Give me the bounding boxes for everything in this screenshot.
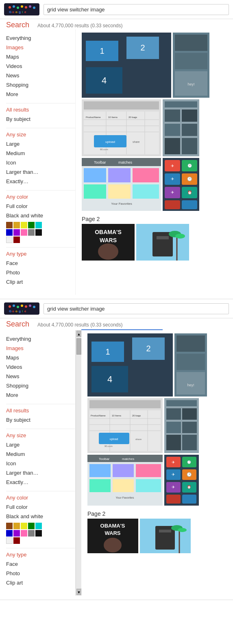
scrollbar-up-2[interactable]: ▲ xyxy=(76,331,81,337)
nav-everything-1[interactable]: Everything xyxy=(6,33,75,43)
swatch-white-1[interactable] xyxy=(6,237,13,243)
image-thumb-16[interactable] xyxy=(140,519,191,553)
svg-text:90.com: 90.com xyxy=(100,148,108,151)
swatch-gold-1[interactable] xyxy=(13,222,20,228)
scrollbar-2[interactable]: ▲ ▼ xyxy=(76,330,81,596)
image-thumb-4[interactable] xyxy=(163,99,199,156)
scrollbar-track-2[interactable] xyxy=(76,337,81,588)
image-thumb-1[interactable]: 1 2 4 xyxy=(82,33,171,98)
nav-videos-1[interactable]: Videos xyxy=(6,61,75,71)
svg-text:OBAMA'S: OBAMA'S xyxy=(95,229,122,235)
image-thumb-2[interactable]: hey! xyxy=(173,33,209,98)
color-full-2[interactable]: Full color xyxy=(6,502,75,512)
size-medium-2[interactable]: Medium xyxy=(6,449,75,459)
swatch-gold-2[interactable] xyxy=(13,523,20,529)
type-face-2[interactable]: Face xyxy=(6,559,75,569)
nav-videos-2[interactable]: Videos xyxy=(6,362,75,372)
nav-news-1[interactable]: News xyxy=(6,71,75,80)
nav-images-1[interactable]: Images xyxy=(6,43,75,52)
swatch-black-1[interactable] xyxy=(35,229,42,236)
image-thumb-3[interactable]: ProductName 10 Items 20 bags upload shar… xyxy=(82,99,161,156)
nav-news-2[interactable]: News xyxy=(6,372,75,381)
swatch-yellow-2[interactable] xyxy=(21,523,27,529)
image-svg-15: OBAMA'S WARS xyxy=(87,519,138,553)
swatch-teal-1[interactable] xyxy=(35,222,42,228)
by-subject-1[interactable]: By subject xyxy=(6,114,75,124)
size-larger-than-1[interactable]: Larger than… xyxy=(6,167,75,177)
image-thumb-6[interactable]: ✈ 🕐 ✈ 🕑 ✈ ⏰ xyxy=(163,158,199,211)
swatch-darkred-1[interactable] xyxy=(13,237,20,243)
image-thumb-12[interactable] xyxy=(164,398,199,453)
image-thumb-11[interactable]: ProductName 10 Items 20 bags upload shar… xyxy=(87,398,163,453)
color-swatches-1 xyxy=(6,222,47,243)
swatch-blue-2[interactable] xyxy=(6,530,13,537)
nav-everything-2[interactable]: Everything xyxy=(6,334,75,344)
image-thumb-5[interactable]: Toolbar matches Your Favorites xyxy=(82,158,161,211)
color-bw-2[interactable]: Black and white xyxy=(6,512,75,521)
scrollbar-thumb-2[interactable] xyxy=(76,338,81,355)
main-layout-2: Everything Images Maps Videos News Shopp… xyxy=(0,330,233,596)
svg-rect-47 xyxy=(182,124,197,136)
size-large-1[interactable]: Large xyxy=(6,139,75,149)
scrollbar-down-2[interactable]: ▼ xyxy=(76,589,81,595)
search-input-2[interactable] xyxy=(44,303,229,314)
svg-point-1 xyxy=(9,6,11,9)
nav-maps-2[interactable]: Maps xyxy=(6,353,75,362)
swatch-pink-1[interactable] xyxy=(21,229,27,236)
nav-shopping-1[interactable]: Shopping xyxy=(6,80,75,90)
svg-text:✈: ✈ xyxy=(171,190,174,195)
image-thumb-14[interactable]: ✈ 🕐 ✈ 🕑 ✈ ⏰ xyxy=(164,455,199,506)
svg-rect-134 xyxy=(166,435,181,450)
swatch-white-2[interactable] xyxy=(6,537,13,544)
swatch-green-1[interactable] xyxy=(28,222,35,228)
svg-text:2: 2 xyxy=(146,344,150,353)
image-svg-10: hey! xyxy=(174,333,207,396)
size-medium-1[interactable]: Medium xyxy=(6,149,75,158)
swatch-teal-2[interactable] xyxy=(35,523,42,529)
size-exactly-1[interactable]: Exactly… xyxy=(6,177,75,186)
swatch-gray-2[interactable] xyxy=(28,530,35,537)
swatch-gray-1[interactable] xyxy=(28,229,35,236)
type-photo-1[interactable]: Photo xyxy=(6,268,75,277)
nav-more-1[interactable]: More xyxy=(6,90,75,99)
svg-text:1: 1 xyxy=(105,347,110,356)
type-face-1[interactable]: Face xyxy=(6,258,75,268)
swatch-purple-1[interactable] xyxy=(13,229,20,236)
nav-shopping-2[interactable]: Shopping xyxy=(6,381,75,390)
size-exactly-2[interactable]: Exactly… xyxy=(6,478,75,487)
size-larger-than-2[interactable]: Larger than… xyxy=(6,468,75,478)
type-clipart-2[interactable]: Clip art xyxy=(6,578,75,587)
search-input-1[interactable] xyxy=(44,4,229,15)
size-icon-2[interactable]: Icon xyxy=(6,459,75,468)
svg-point-90 xyxy=(21,304,23,307)
by-subject-2[interactable]: By subject xyxy=(6,415,75,425)
swatch-purple-2[interactable] xyxy=(13,530,20,537)
filter-results-1: All results By subject xyxy=(6,107,75,124)
swatch-pink-2[interactable] xyxy=(21,530,27,537)
image-thumb-8[interactable] xyxy=(136,224,189,261)
color-bw-1[interactable]: Black and white xyxy=(6,211,75,220)
image-thumb-9[interactable]: 1 2 4 xyxy=(87,333,173,396)
svg-point-5 xyxy=(25,6,27,9)
swatch-blue-1[interactable] xyxy=(6,229,13,236)
image-thumb-15[interactable]: OBAMA'S WARS xyxy=(87,519,138,553)
nav-images-2[interactable]: Images xyxy=(6,344,75,353)
type-clipart-1[interactable]: Clip art xyxy=(6,277,75,287)
image-thumb-7[interactable]: OBAMA'S WARS xyxy=(82,224,135,261)
color-full-1[interactable]: Full color xyxy=(6,202,75,211)
swatch-yellow-1[interactable] xyxy=(21,222,27,228)
swatch-green-2[interactable] xyxy=(28,523,35,529)
nav-more-2[interactable]: More xyxy=(6,390,75,400)
swatch-darkred-2[interactable] xyxy=(13,537,20,544)
image-thumb-13[interactable]: Toolbar matches Your Favorites xyxy=(87,455,163,506)
swatch-black-2[interactable] xyxy=(35,530,42,537)
swatch-brown-2[interactable] xyxy=(6,523,13,529)
image-thumb-10[interactable]: hey! xyxy=(174,333,207,396)
swatch-brown-1[interactable] xyxy=(6,222,13,228)
size-icon-1[interactable]: Icon xyxy=(6,158,75,167)
nav-section-1: Everything Images Maps Videos News Shopp… xyxy=(6,33,75,99)
size-large-2[interactable]: Large xyxy=(6,440,75,449)
nav-maps-1[interactable]: Maps xyxy=(6,52,75,61)
header-2: G o o g l e xyxy=(0,299,233,318)
type-photo-2[interactable]: Photo xyxy=(6,569,75,578)
